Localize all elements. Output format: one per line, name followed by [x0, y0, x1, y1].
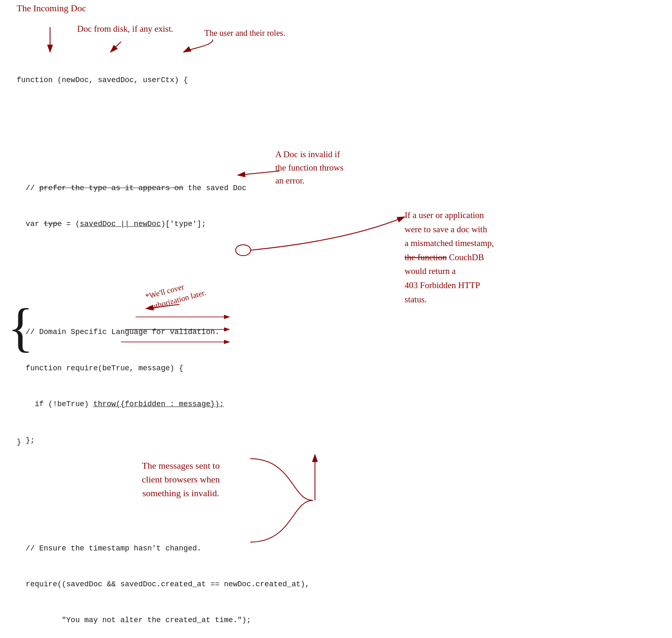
code-line-9: function require(beTrue, message) {	[17, 362, 341, 374]
code-line-1: function (newDoc, savedDoc, userCtx) {	[17, 74, 341, 86]
annotation-incoming-doc: The Incoming Doc	[17, 2, 86, 15]
annotation-timestamp: If a user or application were to save a …	[405, 208, 494, 306]
page-container: The Incoming Doc Doc from disk, if any e…	[0, 0, 672, 638]
code-block: function (newDoc, savedDoc, userCtx) { /…	[17, 50, 341, 638]
curly-brace-post: {	[8, 300, 33, 354]
code-line-11: };	[17, 435, 341, 447]
code-line-5: var type = (savedDoc || newDoc)['type'];	[17, 218, 341, 230]
annotation-doc-from-disk: Doc from disk, if any exist.	[77, 23, 173, 35]
code-line-15: require((savedDoc && savedDoc.created_at…	[17, 578, 341, 590]
code-line-8: // Domain Specific Language for validati…	[17, 326, 341, 338]
code-line-2	[17, 110, 341, 122]
code-line-13	[17, 506, 341, 518]
code-line-6	[17, 254, 341, 266]
annotation-messages: The messages sent to client browsers whe…	[142, 459, 220, 500]
code-line-14: // Ensure the timestamp hasn't changed.	[17, 543, 341, 555]
code-line-16: "You may not alter the created_at time."…	[17, 614, 341, 626]
annotation-invalid: A Doc is invalid if the function throws …	[275, 148, 343, 188]
closing-brace: }	[17, 438, 21, 446]
code-line-10: if (!beTrue) throw({forbidden : message}…	[17, 398, 341, 410]
annotation-user-roles: The user and their roles.	[204, 27, 285, 39]
